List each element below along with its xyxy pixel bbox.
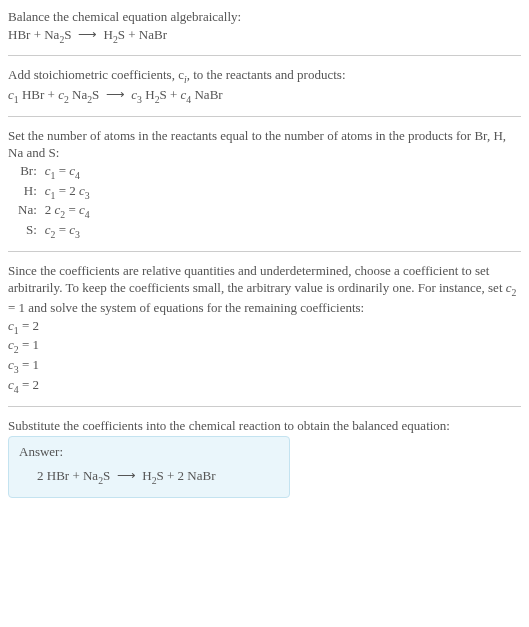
atom-balance-table: Br: c1 = c4 H: c1 = 2 c3 Na: 2 c2 = c4 S… [14, 162, 94, 241]
element-label: S: [14, 221, 41, 241]
table-row: Br: c1 = c4 [14, 162, 94, 182]
balanced-equation: 2 HBr + Na2S ⟶ H2S + 2 NaBr [9, 467, 289, 487]
answer-label: Answer: [9, 443, 289, 467]
unbalanced-equation: HBr + Na2S ⟶ H2S + NaBr [8, 26, 521, 46]
step-add-coefficients: Add stoichiometric coefficients, ci, to … [8, 66, 521, 86]
solved-coefficient: c4 = 2 [8, 376, 521, 396]
title: Balance the chemical equation algebraica… [8, 8, 521, 26]
solved-coefficient: c3 = 1 [8, 356, 521, 376]
step-substitute: Substitute the coefficients into the che… [8, 417, 521, 435]
element-label: H: [14, 182, 41, 202]
divider [8, 251, 521, 252]
step-atom-balance: Set the number of atoms in the reactants… [8, 127, 521, 162]
solved-coefficient: c1 = 2 [8, 317, 521, 337]
divider [8, 406, 521, 407]
solved-coefficient: c2 = 1 [8, 336, 521, 356]
step-underdetermined: Since the coefficients are relative quan… [8, 262, 521, 317]
divider [8, 55, 521, 56]
divider [8, 116, 521, 117]
answer-box: Answer: 2 HBr + Na2S ⟶ H2S + 2 NaBr [8, 436, 290, 497]
balance-equation: 2 c2 = c4 [41, 201, 94, 221]
table-row: Na: 2 c2 = c4 [14, 201, 94, 221]
coefficient-equation: c1 HBr + c2 Na2S ⟶ c3 H2S + c4 NaBr [8, 86, 521, 106]
element-label: Br: [14, 162, 41, 182]
element-label: Na: [14, 201, 41, 221]
table-row: S: c2 = c3 [14, 221, 94, 241]
balance-equation: c2 = c3 [41, 221, 94, 241]
balance-equation: c1 = 2 c3 [41, 182, 94, 202]
balance-equation: c1 = c4 [41, 162, 94, 182]
table-row: H: c1 = 2 c3 [14, 182, 94, 202]
